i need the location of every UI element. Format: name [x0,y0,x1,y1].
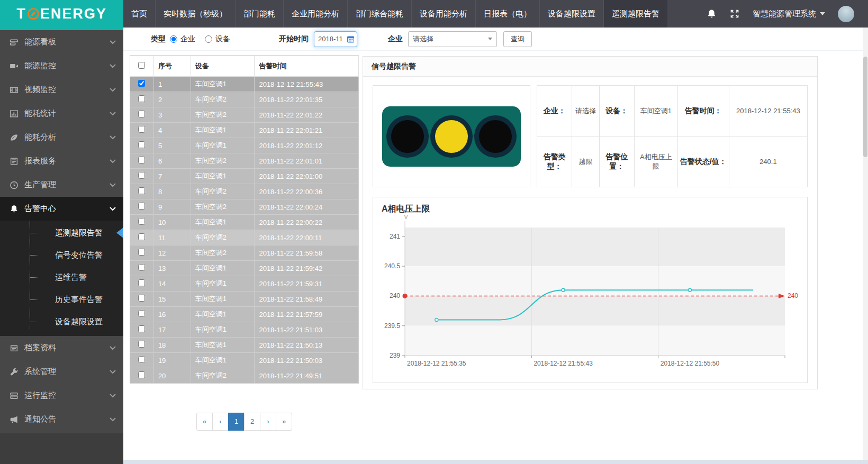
scrollbar-thumb[interactable] [863,57,867,157]
row-checkbox[interactable] [138,80,145,87]
table-row[interactable]: 4车间空调12018-11-22 22:01:21 [130,123,359,138]
row-checkbox[interactable] [138,264,145,271]
table-row[interactable]: 6车间空调22018-11-22 22:01:01 [130,153,359,169]
radio-device-label[interactable]: 设备 [215,34,230,44]
sidebar-item[interactable]: 系统管理 [0,360,123,384]
table-row[interactable]: 2车间空调22018-11-22 22:01:35 [130,92,359,107]
page-button[interactable]: « [196,413,213,431]
table-row[interactable]: 8车间空调22018-11-22 22:00:36 [130,184,359,199]
page-button[interactable]: ‹ [212,413,229,431]
row-checkbox[interactable] [138,187,145,194]
table-row[interactable]: 9车间空调22018-11-22 22:00:24 [130,199,359,215]
table-row[interactable]: 12车间空调22018-11-22 21:59:58 [130,245,359,261]
nav-item[interactable]: 部门综合能耗 [347,0,411,28]
bell-icon[interactable] [707,8,717,19]
sidebar-item[interactable]: 能源监控 [0,54,123,78]
row-checkbox[interactable] [138,356,145,363]
row-checkbox[interactable] [138,295,145,302]
sidebar-subitem[interactable]: 遥测越限告警 [0,222,123,244]
table-row[interactable]: 15车间空调12018-11-22 21:58:49 [130,292,359,307]
sidebar-subitem[interactable]: 历史事件告警 [0,288,123,311]
sidebar-item[interactable]: 生产管理 [0,173,123,197]
radio-device[interactable] [205,35,212,43]
page-button[interactable]: › [260,413,276,431]
sidebar-item[interactable]: 能耗分析 [0,125,123,149]
enterprise-select[interactable]: 请选择 [408,31,497,47]
row-checkbox[interactable] [138,325,145,332]
table-row[interactable]: 17车间空调12018-11-22 21:51:03 [130,322,359,338]
row-checkbox[interactable] [138,233,145,240]
nav-item[interactable]: 实时数据（秒级） [155,0,235,28]
row-checkbox[interactable] [138,172,145,179]
sidebar-item-label: 生产管理 [24,180,56,190]
calendar-icon[interactable] [347,35,355,43]
col-header-time: 告警时间 [255,56,359,77]
table-row[interactable]: 18车间空调12018-11-22 21:50:13 [130,338,359,353]
info-label: 告警时间： [677,86,729,137]
sidebar-item[interactable]: 报表服务 [0,149,123,173]
search-button[interactable]: 查询 [503,31,532,47]
row-checkbox[interactable] [138,203,145,210]
cell-device: 车间空调1 [191,292,255,307]
row-checkbox[interactable] [138,126,145,133]
select-all-checkbox[interactable] [138,62,145,69]
page-button[interactable]: 1 [228,413,245,431]
nav-item[interactable]: 日报表（电） [475,0,539,28]
table-row[interactable]: 11车间空调22018-11-22 22:00:11 [130,230,359,245]
table-row[interactable]: 5车间空调12018-11-22 22:01:12 [130,138,359,153]
table-row[interactable]: 1车间空调12018-12-12 21:55:43 [130,77,359,92]
row-checkbox[interactable] [138,371,145,378]
row-checkbox[interactable] [138,249,145,256]
table-row[interactable]: 10车间空调12018-11-22 22:00:22 [130,215,359,230]
sidebar-subitem[interactable]: 运维告警 [0,266,123,288]
user-avatar[interactable] [838,6,854,22]
main-content: 类型 企业 设备 开始时间 企业 请选择 查询 序号 [123,28,868,464]
sidebar-subitem[interactable]: 信号变位告警 [0,244,123,266]
sidebar-item[interactable]: 视频监控 [0,78,123,102]
cell-time: 2018-11-22 21:51:03 [255,322,359,338]
table-row[interactable]: 7车间空调12018-11-22 22:01:00 [130,169,359,184]
enterprise-select-value: 请选择 [413,34,433,44]
nav-item[interactable]: 首页 [123,0,155,28]
page-button[interactable]: 2 [244,413,260,431]
fullscreen-icon[interactable] [729,8,740,19]
radio-enterprise-label[interactable]: 企业 [180,34,195,44]
nav-item[interactable]: 设备用能分析 [411,0,475,28]
row-checkbox[interactable] [138,279,145,286]
nav-item[interactable]: 企业用能分析 [283,0,347,28]
filter-bar: 类型 企业 设备 开始时间 企业 请选择 查询 [123,28,868,51]
info-row: 告警类型：越限告警位置：A相电压上限告警状态/值：240.1 [537,137,808,187]
cell-device: 车间空调1 [191,322,255,338]
row-checkbox[interactable] [138,95,145,102]
row-checkbox[interactable] [138,157,145,163]
system-title-menu[interactable]: 智慧能源管理系统 [753,9,825,19]
vertical-scrollbar[interactable] [863,28,868,460]
row-checkbox[interactable] [138,141,145,148]
table-row[interactable]: 14车间空调12018-11-22 21:59:31 [130,276,359,292]
row-checkbox[interactable] [138,111,145,117]
sidebar-item[interactable]: 档案资料 [0,336,123,360]
row-checkbox[interactable] [138,310,145,317]
table-row[interactable]: 19车间空调12018-11-22 21:50:03 [130,353,359,368]
chart-card: A相电压上限 239239.5240240.5241V2018-12-12 21… [373,197,808,383]
page-button[interactable]: » [276,413,292,431]
nav-item[interactable]: 部门能耗 [235,0,283,28]
nav-item[interactable]: 遥测越限告警 [603,0,667,28]
sidebar-item[interactable]: 告警中心 [0,197,123,221]
cell-time: 2018-11-22 22:00:22 [255,215,359,230]
sidebar-item[interactable]: 能耗统计 [0,102,123,125]
nav-item[interactable]: 设备越限设置 [539,0,603,28]
table-row[interactable]: 3车间空调22018-11-22 22:01:22 [130,107,359,123]
table-row[interactable]: 16车间空调12018-11-22 21:57:59 [130,307,359,322]
sidebar-item[interactable]: 运行监控 [0,384,123,407]
radio-enterprise[interactable] [170,35,177,43]
start-time-input[interactable] [318,35,347,43]
table-row[interactable]: 13车间空调12018-11-22 21:59:42 [130,261,359,276]
sidebar-item[interactable]: 通知公告 [0,407,123,431]
row-checkbox[interactable] [138,218,145,225]
table-row[interactable]: 20车间空调22018-11-22 21:49:51 [130,368,359,384]
sidebar-subitem[interactable]: 设备越限设置 [0,311,123,333]
sidebar-item[interactable]: 能源看板 [0,30,123,54]
row-checkbox[interactable] [138,341,145,348]
wrench-icon [10,367,19,376]
